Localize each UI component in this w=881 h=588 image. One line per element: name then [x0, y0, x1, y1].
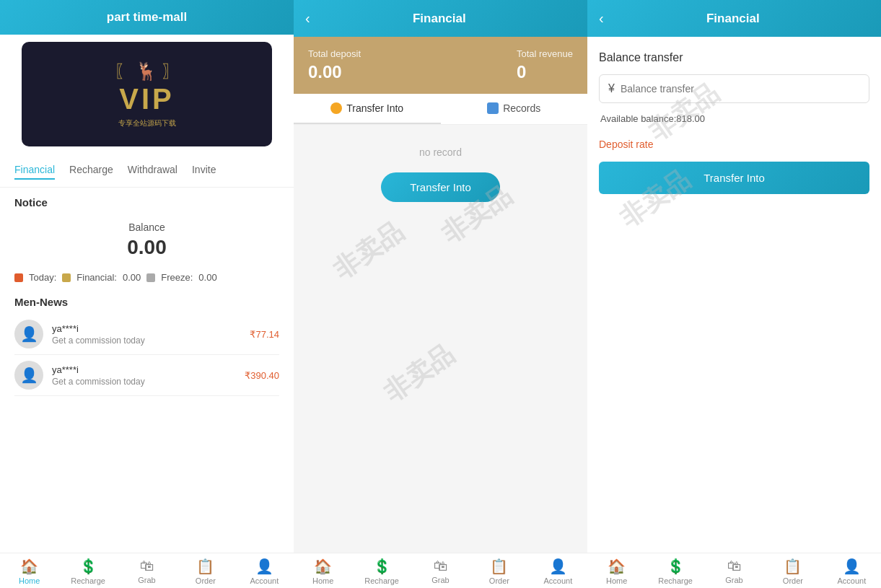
news-item-1: 👤 ya****i Get a commission today ₹77.14	[14, 314, 279, 355]
home-icon-p3: 🏠	[608, 558, 626, 575]
home-icon-p2: 🏠	[314, 558, 332, 575]
account-icon-p3: 👤	[843, 558, 861, 575]
men-news-title: Men-News	[14, 296, 279, 308]
panel3-bottom-nav: 🏠 Home 💲 Recharge 🛍 Grab 📋 Order 👤 Accou…	[587, 553, 881, 588]
panel2-tabs: Transfer Into Records	[294, 94, 587, 125]
recharge-label-p1: Recharge	[71, 576, 105, 585]
tab-transfer[interactable]: Transfer Into	[294, 94, 441, 124]
home-label-p3: Home	[606, 576, 627, 585]
records-tab-icon	[487, 102, 499, 114]
freeze-label: Freeze:	[161, 272, 193, 283]
order-label-p1: Order	[196, 576, 216, 585]
news-amount-1: ₹77.14	[250, 329, 279, 340]
bottom-nav-grab-p2[interactable]: 🛍 Grab	[411, 558, 470, 585]
deposit-rate-label: Deposit rate	[599, 139, 869, 150]
vip-banner: 〖 🦌 〗 VIP 专享全站源码下载	[22, 42, 272, 146]
home-label-p1: Home	[19, 576, 40, 585]
yen-symbol: ¥	[608, 82, 615, 95]
bottom-nav-grab-p1[interactable]: 🛍 Grab	[118, 558, 176, 585]
bottom-nav-home-p2[interactable]: 🏠 Home	[294, 558, 352, 585]
grab-label-p2: Grab	[431, 576, 449, 584]
watermark-1: 非卖品	[327, 214, 411, 287]
vip-text: VIP	[114, 83, 180, 115]
panel3-content: Balance transfer ¥ Available balance:818…	[587, 37, 881, 553]
bottom-nav-order-p3[interactable]: 📋 Order	[763, 558, 822, 585]
transfer-into-button[interactable]: Transfer Into	[381, 172, 499, 202]
panel-left: part time-mall 〖 🦌 〗 VIP 专享全站源码下载 Financ…	[0, 0, 294, 588]
news-desc-1: Get a commission today	[52, 335, 241, 346]
news-content-2: ya****i Get a commission today	[52, 364, 236, 387]
panel1-header: part time-mall	[0, 0, 294, 35]
financial-dot	[62, 273, 71, 282]
tab-records[interactable]: Records	[441, 94, 588, 124]
news-user-1: ya****i	[52, 323, 241, 334]
balance-transfer-title: Balance transfer	[599, 51, 869, 64]
avatar-1: 👤	[14, 320, 43, 348]
bottom-nav-recharge-p3[interactable]: 💲 Recharge	[646, 558, 704, 585]
panel2-title: Financial	[317, 12, 561, 26]
transfer-tab-icon	[330, 102, 342, 114]
bottom-nav-recharge-p1[interactable]: 💲 Recharge	[58, 558, 117, 585]
grab-icon-p3: 🛍	[727, 558, 742, 574]
no-record-text: no record	[294, 146, 587, 158]
order-icon-p1: 📋	[196, 558, 214, 575]
freeze-value: 0.00	[198, 272, 216, 283]
bottom-nav-account-p2[interactable]: 👤 Account	[529, 558, 587, 585]
tab-transfer-label: Transfer Into	[346, 102, 403, 114]
order-label-p3: Order	[783, 576, 803, 585]
panel-middle: ‹ Financial Total deposit 0.00 Total rev…	[294, 0, 587, 588]
bottom-nav-account-p1[interactable]: 👤 Account	[235, 558, 294, 585]
vip-subtitle: 专享全站源码下载	[114, 118, 180, 128]
order-label-p2: Order	[489, 576, 509, 585]
bottom-nav-order-p1[interactable]: 📋 Order	[176, 558, 235, 585]
tab-records-label: Records	[503, 102, 540, 114]
panel3-back-button[interactable]: ‹	[599, 10, 604, 27]
balance-value: 0.00	[14, 236, 279, 259]
financial-summary: Total deposit 0.00 Total revenue 0	[294, 37, 587, 94]
news-content-1: ya****i Get a commission today	[52, 323, 241, 346]
bottom-nav-grab-p3[interactable]: 🛍 Grab	[705, 558, 763, 585]
bottom-nav-home-p1[interactable]: 🏠 Home	[0, 558, 58, 585]
financial-value: 0.00	[123, 272, 141, 283]
freeze-dot	[146, 273, 155, 282]
recharge-label-p3: Recharge	[658, 576, 693, 585]
news-desc-2: Get a commission today	[52, 377, 236, 387]
balance-transfer-input[interactable]	[621, 83, 860, 95]
grab-label-p3: Grab	[725, 576, 742, 584]
account-label-p1: Account	[250, 576, 279, 585]
bottom-nav-order-p2[interactable]: 📋 Order	[470, 558, 528, 585]
total-deposit-label: Total deposit	[308, 48, 361, 59]
bottom-nav-home-p3[interactable]: 🏠 Home	[587, 558, 646, 585]
notice-section: Notice	[0, 188, 294, 214]
panel2-back-button[interactable]: ‹	[305, 10, 310, 27]
total-deposit-value: 0.00	[308, 62, 361, 82]
recharge-icon-p1: 💲	[79, 558, 97, 575]
panel2-content: no record Transfer Into 非卖品 非卖品 非卖品	[294, 125, 587, 553]
news-user-2: ya****i	[52, 364, 236, 375]
panel1-bottom-nav: 🏠 Home 💲 Recharge 🛍 Grab 📋 Order 👤 Accou…	[0, 553, 294, 588]
nav-financial[interactable]: Financial	[14, 161, 55, 180]
avatar-2: 👤	[14, 361, 43, 390]
today-label: Today:	[29, 272, 56, 283]
antler-decoration: 〖 🦌 〗	[114, 60, 180, 83]
recharge-icon-p2: 💲	[373, 558, 391, 575]
total-revenue: Total revenue 0	[517, 48, 573, 82]
news-amount-2: ₹390.40	[245, 370, 279, 381]
panel3-title: Financial	[611, 12, 855, 26]
recharge-icon-p3: 💲	[667, 558, 685, 575]
nav-invite[interactable]: Invite	[192, 161, 216, 180]
panel2-bottom-nav: 🏠 Home 💲 Recharge 🛍 Grab 📋 Order 👤 Accou…	[294, 553, 587, 588]
panel3-header: ‹ Financial	[587, 0, 881, 37]
nav-recharge[interactable]: Recharge	[69, 161, 113, 180]
total-deposit: Total deposit 0.00	[308, 48, 361, 82]
bottom-nav-recharge-p2[interactable]: 💲 Recharge	[352, 558, 411, 585]
panel1-title: part time-mall	[107, 10, 187, 24]
transfer-into-full-button[interactable]: Transfer Into	[599, 162, 869, 194]
total-revenue-value: 0	[517, 62, 573, 82]
grab-label-p1: Grab	[138, 576, 155, 584]
input-group: ¥	[599, 74, 869, 103]
bottom-nav-account-p3[interactable]: 👤 Account	[823, 558, 881, 585]
transfer-btn-wrapper: Transfer Into	[294, 172, 587, 202]
order-icon-p3: 📋	[784, 558, 802, 575]
nav-withdrawal[interactable]: Withdrawal	[128, 161, 177, 180]
